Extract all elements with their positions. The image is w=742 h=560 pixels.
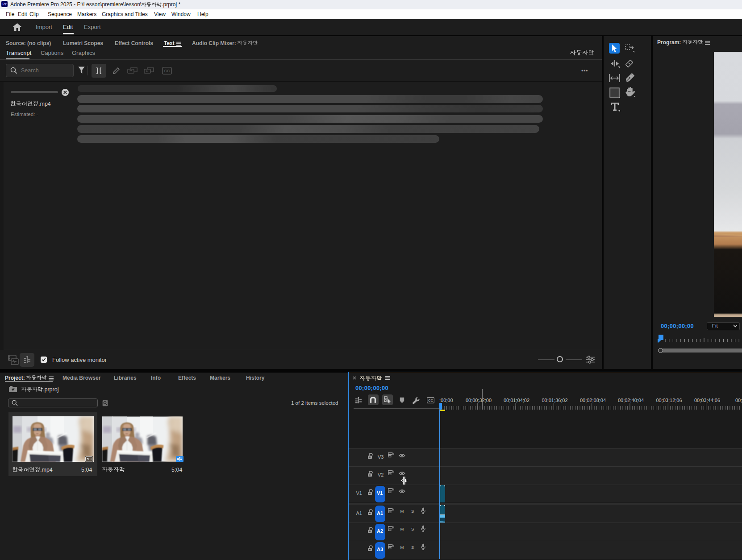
svg-text:CC: CC	[164, 69, 170, 73]
svg-text:CC: CC	[428, 398, 433, 402]
